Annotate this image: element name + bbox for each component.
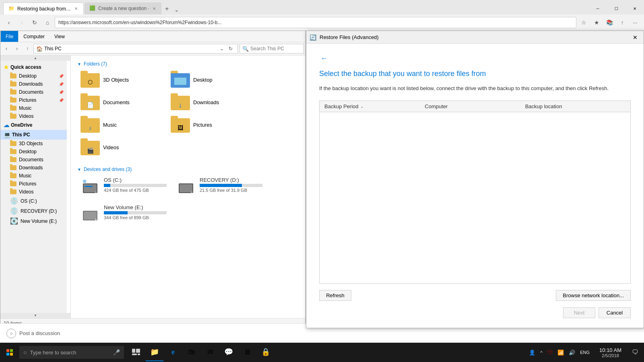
forward-button[interactable]: › xyxy=(16,17,27,28)
sidebar-item-3dobjects[interactable]: 3D Objects xyxy=(0,140,67,148)
backup-col-period[interactable]: Backup Period ⌄ xyxy=(324,103,425,109)
sidebar-item-pictures[interactable]: Pictures 📌 xyxy=(0,96,67,104)
address-refresh[interactable]: ↻ xyxy=(226,44,235,53)
svg-rect-13 xyxy=(132,354,137,355)
folders-grid: ⬡ 3D Objects Desktop 📄 xyxy=(77,69,299,158)
taskbar-tray: 👤 ^ 🛡 📶 🔊 ENG 10:10 AM 2/5/2018 🗨 xyxy=(524,343,644,362)
close-button[interactable]: ✕ xyxy=(625,2,644,14)
explorer-forward[interactable]: › xyxy=(12,44,21,53)
sidebar-item-newe[interactable]: 💽 New Volume (E:) xyxy=(0,216,67,226)
more-button[interactable]: ··· xyxy=(630,17,641,28)
explorer-up[interactable]: ↑ xyxy=(23,44,32,53)
explorer-back[interactable]: ‹ xyxy=(2,44,11,53)
forum-post-link[interactable]: Post a discussion xyxy=(19,330,60,336)
tray-lang-icon[interactable]: ENG xyxy=(578,348,591,356)
sidebar-item-documents[interactable]: Documents 📌 xyxy=(0,88,67,96)
sidebar-section-onedrive[interactable]: ☁ OneDrive xyxy=(0,120,67,130)
folder-desktop[interactable]: Desktop xyxy=(167,69,256,90)
taskbar-search[interactable]: ○ Type here to search 🎤 xyxy=(19,346,124,359)
taskbar-item-store[interactable]: 🛍 xyxy=(183,343,200,361)
sidebar-item-videos2[interactable]: Videos xyxy=(0,188,67,196)
sidebar-scroll-up[interactable]: ▲ xyxy=(0,56,70,61)
folder-pictures[interactable]: 🖼 Pictures xyxy=(167,114,256,135)
sidebar-item-videos[interactable]: Videos xyxy=(0,112,67,120)
home-button[interactable]: ⌂ xyxy=(42,17,53,28)
sidebar-item-osc[interactable]: 💿 OS (C:) xyxy=(0,196,67,206)
backup-col-location[interactable]: Backup location xyxy=(525,103,625,109)
taskbar-item-backup[interactable]: 🔒 xyxy=(257,343,275,361)
address-dropdown[interactable]: ⌄ xyxy=(217,44,226,53)
tray-clock[interactable]: 10:10 AM 2/5/2018 xyxy=(594,347,626,358)
cancel-button[interactable]: Cancel xyxy=(599,307,631,318)
folder-downloads[interactable]: ↓ Downloads xyxy=(167,92,256,113)
share-button[interactable]: ↑ xyxy=(617,17,628,28)
dialog-back-button[interactable]: ← xyxy=(319,53,329,63)
tray-person-icon[interactable]: 👤 xyxy=(527,348,537,357)
folder-documents[interactable]: 📄 Documents xyxy=(77,92,166,113)
folder-icon-pics xyxy=(10,98,17,103)
tray-volume-icon[interactable]: 🔊 xyxy=(567,348,577,357)
tray-antivirus-icon[interactable]: 🛡 xyxy=(546,348,554,357)
tab-forum-close[interactable]: ✕ xyxy=(152,6,157,12)
folders-section-header[interactable]: ▼ Folders (7) xyxy=(77,59,299,69)
minimize-button[interactable]: ─ xyxy=(588,2,607,14)
ribbon-tab-file[interactable]: File xyxy=(0,31,19,42)
microphone-icon[interactable]: 🎤 xyxy=(113,349,120,356)
folder-videos[interactable]: 🎬 Videos xyxy=(77,137,166,158)
search-input[interactable] xyxy=(250,46,301,51)
favorites-button[interactable]: ★ xyxy=(591,17,602,28)
sidebar-item-desktop[interactable]: Desktop 📌 xyxy=(0,72,67,80)
explorer-search-box[interactable]: 🔍 xyxy=(239,44,304,53)
drive-c[interactable]: ⊞ OS (C:) 424 GB free of 475 GB xyxy=(77,175,170,199)
taskbar-items: 📁 e 🛍 ✉ 💬 🖥 🔒 xyxy=(127,343,275,361)
taskbar-item-edge[interactable]: e xyxy=(164,343,182,361)
back-button[interactable]: ‹ xyxy=(3,17,14,28)
reload-button[interactable]: ↻ xyxy=(29,17,40,28)
tab-forum[interactable]: 🟩 Create a new question · ✕ xyxy=(85,2,161,14)
backup-col-computer[interactable]: Computer xyxy=(425,103,525,109)
tray-network-icon[interactable]: 📶 xyxy=(556,348,566,357)
taskbar-item-mail[interactable]: ✉ xyxy=(201,343,219,361)
devices-section-header[interactable]: ▼ Devices and drives (3) xyxy=(77,164,299,175)
sidebar-item-music[interactable]: Music xyxy=(0,104,67,112)
taskbar-item-pcmanager[interactable]: 🖥 xyxy=(238,343,256,361)
tab-explorer[interactable]: 📁 Restoring backup from one ✕ xyxy=(3,2,84,14)
sidebar-item-pictures2[interactable]: Pictures xyxy=(0,180,67,188)
dialog-titlebar: 🔄 Restore Files (Advanced) ✕ xyxy=(306,31,644,44)
dialog-close-button[interactable]: ✕ xyxy=(630,32,640,43)
sidebar-scroll-down[interactable]: ▼ xyxy=(0,313,70,318)
taskbar-item-taskview[interactable] xyxy=(127,343,145,361)
refresh-button[interactable]: Refresh xyxy=(319,290,351,301)
address-input[interactable] xyxy=(55,17,576,28)
sidebar-item-downloads2[interactable]: Downloads xyxy=(0,164,67,172)
sidebar-item-recoveryd[interactable]: 💿 RECOVERY (D:) xyxy=(0,206,67,216)
taskbar-item-skype[interactable]: 💬 xyxy=(220,343,237,361)
sidebar-item-documents2[interactable]: Documents xyxy=(0,156,67,164)
sidebar-item-desktop2[interactable]: Desktop xyxy=(0,148,67,156)
new-tab-button[interactable]: + xyxy=(161,3,173,14)
ribbon-tab-computer[interactable]: Computer xyxy=(19,31,50,42)
folder-3dobjects[interactable]: ⬡ 3D Objects xyxy=(77,69,166,90)
ribbon-tab-view[interactable]: View xyxy=(50,31,70,42)
drive-d[interactable]: RECOVERY (D:) 21.5 GB free of 31.9 GB xyxy=(173,175,266,199)
taskbar-item-explorer[interactable]: 📁 xyxy=(146,343,163,361)
bookmark-button[interactable]: ☆ xyxy=(578,17,589,28)
sidebar-item-music2[interactable]: Music xyxy=(0,172,67,180)
sidebar-section-quick-access[interactable]: ★ Quick access xyxy=(0,62,67,72)
tray-expand-icon[interactable]: ^ xyxy=(539,348,544,357)
explorer-address-box[interactable]: 🏠 This PC ⌄ ↻ xyxy=(33,44,238,53)
start-button[interactable] xyxy=(0,343,19,362)
sidebar-section-thispc[interactable]: 💻 This PC xyxy=(0,130,67,140)
notification-button[interactable]: 🗨 xyxy=(626,343,644,362)
breadcrumb-home-icon: 🏠 xyxy=(36,46,43,52)
drive-e[interactable]: New Volume (E:) 344 GB free of 899 GB xyxy=(77,202,170,226)
maximize-button[interactable]: ☐ xyxy=(607,2,625,14)
sidebar-item-downloads[interactable]: Downloads 📌 xyxy=(0,80,67,88)
next-button[interactable]: Next xyxy=(563,307,595,318)
folder-music[interactable]: ♪ Music xyxy=(77,114,166,135)
dialog-heading: Select the backup that you want to resto… xyxy=(319,70,631,78)
tab-explorer-close[interactable]: ✕ xyxy=(74,6,78,12)
browse-button[interactable]: Browse network location... xyxy=(556,290,631,301)
hub-button[interactable]: 📚 xyxy=(604,17,615,28)
tab-menu-button[interactable]: ⌄ xyxy=(173,5,181,14)
